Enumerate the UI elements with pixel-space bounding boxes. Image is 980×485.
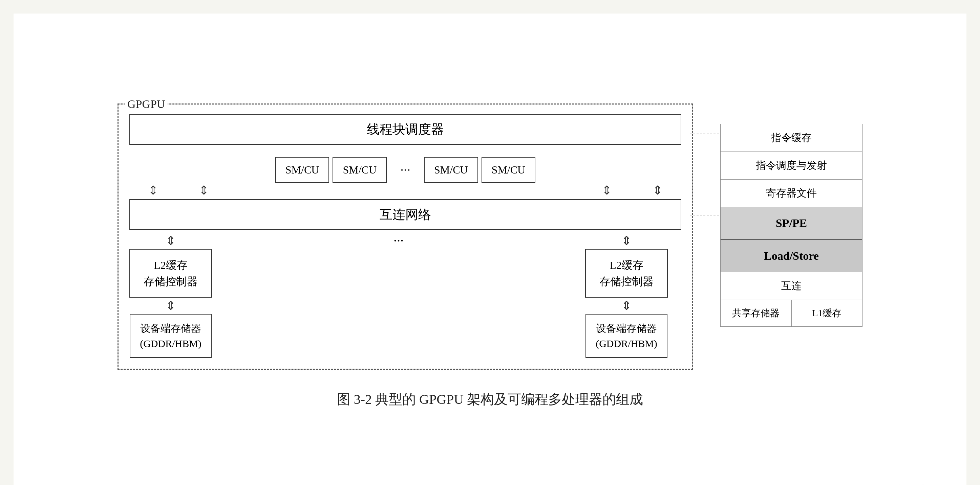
arrow-1: ⇕ <box>129 184 177 197</box>
smcu-dots-left: ··· <box>387 162 424 178</box>
l2-arrow-left-bottom: ⇕ <box>165 300 176 312</box>
sm-shared-mem: 共享存储器 <box>721 300 792 327</box>
connector-svg <box>690 130 724 232</box>
device-mem-right: 设备端存储器 (GDDR/HBM) <box>585 314 667 358</box>
l2-middle-dots: ··· <box>212 233 585 289</box>
smcu-box-3: SM/CU <box>424 157 478 183</box>
smcu-group-right: SM/CU SM/CU <box>424 157 535 183</box>
smcu-arrows-right: ⇕ ⇕ <box>583 184 681 197</box>
watermark: ©CDN ©ANKiHye <box>897 483 956 485</box>
smcu-box-2: SM/CU <box>332 157 387 183</box>
sm-row-interconnect: 互连 <box>721 272 862 300</box>
l2-arrow-right-bottom: ⇕ <box>621 300 632 312</box>
figure-caption: 图 3-2 典型的 GPGPU 架构及可编程多处理器的组成 <box>337 390 643 409</box>
sm-row-sppe: SP/PE <box>721 207 862 239</box>
left-l2-cluster: ⇕ L2缓存 存储控制器 ⇕ 设备端存储器 (GDDR/HBM) <box>129 233 212 358</box>
sm-row-bottom: 共享存储器 L1缓存 <box>721 300 862 327</box>
arrow-4: ⇕ <box>634 184 681 197</box>
smcu-arrows-left: ⇕ ⇕ <box>129 184 228 197</box>
diagram-area: GPGPU 线程块调度器 SM/CU SM/CU ··· SM/CU SM/CU <box>41 103 939 370</box>
smcu-arrows-spacer <box>228 184 583 197</box>
sm-l1cache: L1缓存 <box>792 300 862 327</box>
page-container: GPGPU 线程块调度器 SM/CU SM/CU ··· SM/CU SM/CU <box>14 14 966 485</box>
sm-row-ischedule: 指令调度与发射 <box>721 152 862 179</box>
arrow-3: ⇕ <box>583 184 630 197</box>
sm-row-regfile: 寄存器文件 <box>721 179 862 207</box>
smcu-group-left: SM/CU SM/CU <box>275 157 387 183</box>
right-l2-cluster: ⇕ L2缓存 存储控制器 ⇕ 设备端存储器 (GDDR/HBM) <box>585 233 668 358</box>
sm-detail-container: 指令缓存 指令调度与发射 寄存器文件 SP/PE Load/Store 互连 <box>720 103 862 327</box>
smcu-arrows-row: ⇕ ⇕ ⇕ ⇕ <box>129 184 681 197</box>
l2-device-wrapper: ⇕ L2缓存 存储控制器 ⇕ 设备端存储器 (GDDR/HBM) ··· <box>129 233 681 358</box>
l2-arrow-left-top: ⇕ <box>165 235 176 247</box>
smcu-row: SM/CU SM/CU ··· SM/CU SM/CU <box>129 157 681 183</box>
gpgpu-box: GPGPU 线程块调度器 SM/CU SM/CU ··· SM/CU SM/CU <box>118 103 693 370</box>
l2-arrow-right-top: ⇕ <box>621 235 632 247</box>
sm-row-loadstore: Load/Store <box>721 239 862 272</box>
thread-scheduler: 线程块调度器 <box>129 114 681 145</box>
gpgpu-label: GPGPU <box>125 98 168 111</box>
device-mem-left: 设备端存储器 (GDDR/HBM) <box>130 314 212 358</box>
interconnect-bar: 互连网络 <box>129 199 681 230</box>
l2-box-right: L2缓存 存储控制器 <box>585 249 668 298</box>
sm-row-icache: 指令缓存 <box>721 124 862 152</box>
arrow-2: ⇕ <box>180 184 228 197</box>
sm-detail-box: 指令缓存 指令调度与发射 寄存器文件 SP/PE Load/Store 互连 <box>720 124 862 327</box>
smcu-box-4: SM/CU <box>482 157 536 183</box>
l2-box-left: L2缓存 存储控制器 <box>129 249 212 298</box>
smcu-box-1: SM/CU <box>275 157 329 183</box>
